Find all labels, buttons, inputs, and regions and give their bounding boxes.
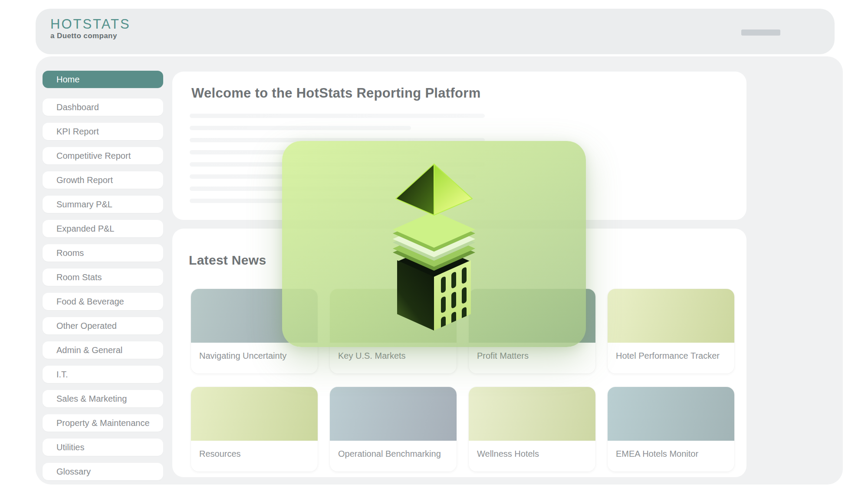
news-card-label: EMEA Hotels Monitor xyxy=(608,441,734,459)
sidebar-item-kpi-report[interactable]: KPI Report xyxy=(43,123,163,140)
sidebar-item-food-beverage[interactable]: Food & Beverage xyxy=(43,293,163,310)
news-card-operational-benchmarking[interactable]: Operational Benchmarking xyxy=(330,387,457,472)
news-thumbnail xyxy=(608,387,734,441)
sidebar-item-growth-report[interactable]: Growth Report xyxy=(43,171,163,189)
hotstats-logo: HOTSTATS a Duetto company xyxy=(50,17,131,39)
page-title: Welcome to the HotStats Reporting Platfo… xyxy=(191,85,481,101)
brand-name: HOTSTATS xyxy=(50,17,131,31)
sidebar-item-rooms[interactable]: Rooms xyxy=(43,244,163,262)
news-card-emea-hotels-monitor[interactable]: EMEA Hotels Monitor xyxy=(608,387,734,472)
sidebar-item-admin-general[interactable]: Admin & General xyxy=(43,341,163,359)
news-card-resources[interactable]: Resources xyxy=(191,387,318,472)
news-thumbnail xyxy=(191,387,318,441)
hotstats-app: HOTSTATS a Duetto company Home Dashboard… xyxy=(0,0,868,488)
news-card-label: Operational Benchmarking xyxy=(330,441,457,459)
sidebar-item-summary-pl[interactable]: Summary P&L xyxy=(43,196,163,213)
loading-overlay xyxy=(282,141,586,347)
sidebar-item-home[interactable]: Home xyxy=(43,71,163,88)
sidebar-item-utilities[interactable]: Utilities xyxy=(43,439,163,456)
sidebar: Home Dashboard KPI Report Competitive Re… xyxy=(43,71,163,485)
brand-tagline: a Duetto company xyxy=(50,32,131,39)
sidebar-item-dashboard[interactable]: Dashboard xyxy=(43,98,163,116)
news-thumbnail xyxy=(608,289,734,343)
header-placeholder-bar xyxy=(741,29,780,36)
sidebar-item-other-operated[interactable]: Other Operated xyxy=(43,317,163,334)
news-card-label: Hotel Performance Tracker xyxy=(608,343,734,361)
sidebar-item-competitive-report[interactable]: Competitive Report xyxy=(43,147,163,164)
sidebar-item-it[interactable]: I.T. xyxy=(43,366,163,383)
building-illustration-icon xyxy=(386,160,482,334)
news-thumbnail xyxy=(330,387,457,441)
skeleton-line xyxy=(190,114,485,118)
news-card-wellness-hotels[interactable]: Wellness Hotels xyxy=(469,387,595,472)
latest-news-title: Latest News xyxy=(189,253,266,268)
sidebar-item-property-maintenance[interactable]: Property & Maintenance xyxy=(43,414,163,432)
pyramid xyxy=(396,164,472,215)
sidebar-item-glossary[interactable]: Glossary xyxy=(43,463,163,480)
skeleton-line xyxy=(190,126,411,130)
news-thumbnail xyxy=(469,387,595,441)
news-card-label: Wellness Hotels xyxy=(469,441,595,459)
sidebar-item-expanded-pl[interactable]: Expanded P&L xyxy=(43,220,163,237)
news-card-label: Resources xyxy=(191,441,318,459)
news-card-hotel-performance-tracker[interactable]: Hotel Performance Tracker xyxy=(608,289,734,373)
header-bar: HOTSTATS a Duetto company xyxy=(36,9,835,54)
sidebar-item-sales-marketing[interactable]: Sales & Marketing xyxy=(43,390,163,407)
sidebar-item-room-stats[interactable]: Room Stats xyxy=(43,269,163,286)
